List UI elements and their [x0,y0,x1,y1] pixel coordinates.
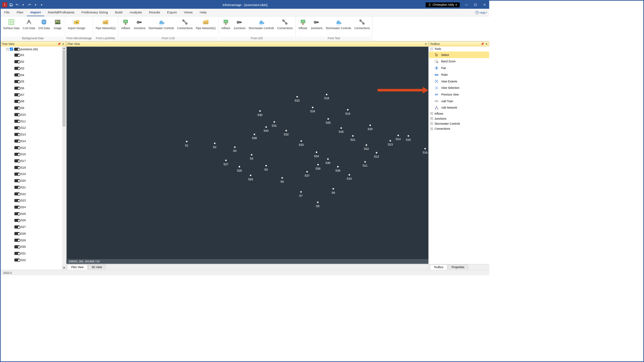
tree-item-s21[interactable]: S21 [1,184,66,191]
collapse-icon[interactable]: − [430,48,433,50]
node-s31[interactable]: S31 [272,121,277,127]
menu-tab-export[interactable]: Export [164,9,180,16]
node-s22[interactable]: S22 [364,144,369,150]
node-s26[interactable]: S26 [339,127,344,133]
tree-item-s31[interactable]: S31 [1,250,66,257]
node-s8[interactable]: S8 [316,201,319,207]
save-icon[interactable] [9,2,13,7]
menu-tab-file[interactable]: File [1,9,13,16]
scroll-up-icon[interactable]: ▲ [62,47,66,50]
tree-item-s3[interactable]: S3 [1,65,66,72]
tree-item-s29[interactable]: S29 [1,237,66,244]
junctions-checkbox[interactable] [10,48,13,51]
ribbon-surface-data[interactable]: Surface Data [2,17,21,37]
menu-tab-results[interactable]: Results [146,9,164,16]
node-s18[interactable]: S18 [324,94,329,100]
tree-item-s26[interactable]: S26 [1,217,66,224]
ribbon-junctions-cad[interactable]: Junctions [132,17,147,37]
node-s6[interactable]: S6 [280,177,284,183]
undo-dropdown-icon[interactable]: ▾ [21,2,26,7]
tool-add-network[interactable]: Add Network [429,105,489,111]
tab-3d-view[interactable]: 3D View [88,264,106,269]
tree-item-s18[interactable]: S18 [1,164,66,171]
plan-view-header[interactable]: Plan View ✕ [66,41,429,46]
node-s19[interactable]: S19 [345,109,350,115]
menu-tab-build[interactable]: Build [111,9,126,16]
tree-item-s30[interactable]: S30 [1,243,66,250]
ribbon-inflows-gis[interactable]: Inflows [219,17,232,37]
node-s10[interactable]: S10 [347,174,352,180]
tool-band-zoom[interactable]: Band Zoom [429,58,489,65]
toolbox-header[interactable]: Toolbox 📌 ✕ [429,41,489,46]
tree-item-s12[interactable]: S12 [1,124,66,131]
expand-icon[interactable]: + [430,117,433,120]
menu-tab-plan[interactable]: Plan [13,9,27,16]
tree-item-s17[interactable]: S17 [1,158,66,164]
node-s5[interactable]: S5 [264,165,268,171]
minimize-button[interactable] [462,1,471,8]
node-s40[interactable]: S40 [264,126,269,132]
ribbon-pipe-networks-xml[interactable]: Pipe Network(s) [94,17,117,37]
node-s24[interactable]: S24 [310,107,315,113]
node-s1[interactable]: S1 [185,141,188,147]
node-s27[interactable]: S27 [223,160,228,166]
node-s28[interactable]: S28 [248,175,253,181]
ribbon-stormwater-gis[interactable]: Stormwater Controls [247,17,275,37]
tab-properties[interactable]: Properties [448,264,468,269]
node-s3[interactable]: S3 [233,146,236,153]
ribbon-pipe-networks-cad[interactable]: Pipe Network(s) [194,17,217,37]
tree-item-s1[interactable]: S1 [1,52,66,58]
tree-item-s24[interactable]: S24 [1,204,66,210]
close-button[interactable] [480,1,489,8]
toolbox-group-junctions[interactable]: +Junctions [429,116,489,121]
expand-icon[interactable]: + [430,112,433,115]
node-s13[interactable]: S13 [388,140,393,146]
ribbon-import-design[interactable]: Import Design [66,17,87,37]
node-s35[interactable]: S35 [325,158,330,164]
node-s11[interactable]: S11 [363,161,368,167]
pin-icon[interactable]: 📌 [481,42,484,45]
toolbox-group-connections[interactable]: +Connections [429,126,489,131]
node-s2[interactable]: S2 [213,142,216,148]
tool-select[interactable]: Select [429,52,489,58]
node-s36[interactable]: S36 [335,166,340,172]
expand-icon[interactable]: + [430,122,433,125]
tree-item-s14[interactable]: S14 [1,138,66,144]
ribbon-connections-gis[interactable]: Connections [276,17,294,37]
tree-item-s2[interactable]: S2 [1,58,66,65]
node-s4[interactable]: S4 [250,154,253,160]
tree-item-s22[interactable]: S22 [1,191,66,197]
redo-icon[interactable] [27,2,32,7]
pin-icon[interactable]: 📌 [58,42,61,45]
menu-tab-rainfall-pollutants[interactable]: Rainfall/Pollutants [44,9,78,16]
help-link[interactable]: ? Help ▾ [475,11,487,14]
plan-canvas[interactable]: S40S39S38S37S36S35S34S33S32S31S30S29S28S… [66,47,428,264]
tools-group-header[interactable]: − Tools [429,47,489,52]
ribbon-junctions-gis[interactable]: Junctions [232,17,247,37]
toolbox-group-inflows[interactable]: +Inflows [429,111,489,116]
tree-item-s32[interactable]: S32 [1,257,66,263]
node-s37[interactable]: S37 [305,171,310,177]
node-s7[interactable]: S7 [299,191,303,197]
tool-view-selection[interactable]: View Selection [429,84,489,91]
tree-item-s4[interactable]: S4 [1,72,66,78]
node-s39[interactable]: S39 [252,134,257,140]
tree-item-s16[interactable]: S16 [1,151,66,158]
tree-item-s19[interactable]: S19 [1,171,66,178]
tree-item-s27[interactable]: S27 [1,224,66,230]
node-s25[interactable]: S25 [326,118,331,124]
node-s33[interactable]: S33 [299,140,304,146]
ribbon-inflows-txt[interactable]: Inflows [297,17,309,37]
tree-item-s25[interactable]: S25 [1,210,66,217]
tree-item-s9[interactable]: S9 [1,105,66,111]
tab-plan-view[interactable]: Plan View [67,264,88,269]
close-panel-icon[interactable]: ✕ [424,42,427,45]
close-panel-icon[interactable]: ✕ [485,42,488,45]
user-account-button[interactable]: Christopher Addy ▾ [426,2,460,7]
node-s21[interactable]: S21 [350,135,355,141]
tree-item-s20[interactable]: S20 [1,177,66,184]
ribbon-connections-txt[interactable]: Connections [353,17,371,37]
tree-item-s10[interactable]: S10 [1,111,66,118]
node-s30[interactable]: S30 [258,110,263,116]
ribbon-connections-cad[interactable]: Connections [175,17,194,37]
